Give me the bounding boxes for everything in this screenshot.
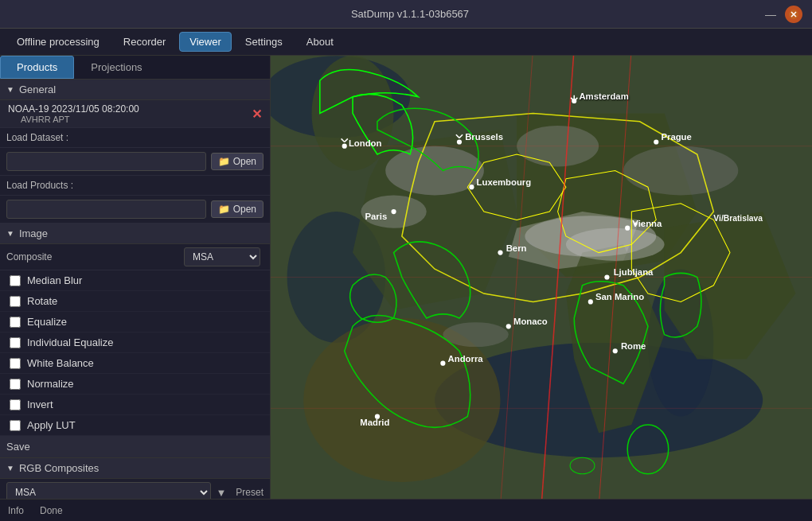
svg-text:Luxembourg: Luxembourg <box>477 177 532 187</box>
dataset-item: NOAA-19 2023/11/05 08:20:00 AVHRR APT ✕ <box>0 100 270 128</box>
map-area[interactable]: Amsterdam London Brussels Prague Luxembo… <box>271 56 812 499</box>
dataset-close-button[interactable]: ✕ <box>252 107 262 122</box>
svg-text:Vi/Bratislava: Vi/Bratislava <box>713 214 763 223</box>
load-products-open-button[interactable]: 📁 Open <box>211 200 264 218</box>
composite-label: Composite <box>6 251 52 262</box>
normalize-label: Normalize <box>27 378 74 390</box>
checkbox-invert[interactable]: Invert <box>0 395 270 415</box>
svg-text:Paris: Paris <box>365 212 387 221</box>
menu-viewer[interactable]: Viewer <box>179 32 232 52</box>
svg-point-16 <box>623 146 738 196</box>
svg-text:Ljubljana: Ljubljana <box>614 267 654 277</box>
general-section-header[interactable]: ▼ General <box>0 80 270 100</box>
image-section-header[interactable]: ▼ Image <box>0 224 270 244</box>
svg-point-41 <box>440 361 445 366</box>
svg-point-37 <box>604 274 609 279</box>
load-dataset-input-row: 📁 Open <box>0 148 270 176</box>
load-products-row: Load Products : <box>0 176 270 196</box>
svg-point-17 <box>443 322 508 347</box>
minimize-button[interactable]: — <box>763 8 779 21</box>
checkbox-apply-lut[interactable]: Apply LUT <box>0 415 270 436</box>
svg-text:Amsterdam: Amsterdam <box>579 91 628 101</box>
load-dataset-row: Load Dataset : <box>0 128 270 148</box>
normalize-checkbox[interactable] <box>10 379 21 390</box>
load-products-input-row: 📁 Open <box>0 196 270 224</box>
svg-text:London: London <box>349 138 382 148</box>
msa-select[interactable]: MSA RGB MCIR <box>6 482 211 499</box>
rotate-label: Rotate <box>27 295 57 307</box>
load-dataset-input[interactable] <box>6 152 206 171</box>
invert-label: Invert <box>27 399 53 410</box>
rgb-section-header[interactable]: ▼ RGB Composites <box>0 458 270 479</box>
menu-about[interactable]: About <box>296 32 344 52</box>
svg-point-28 <box>572 99 576 103</box>
status-done: Done <box>40 505 63 516</box>
svg-text:Vienna: Vienna <box>632 219 662 228</box>
checkbox-rotate[interactable]: Rotate <box>0 291 270 312</box>
menu-offline-processing[interactable]: Offline processing <box>6 32 110 52</box>
folder-icon-2: 📁 <box>218 204 230 215</box>
menu-settings[interactable]: Settings <box>235 32 293 52</box>
load-products-label: Load Products : <box>6 180 78 191</box>
rgb-section-label: RGB Composites <box>19 462 99 474</box>
dataset-type: AVHRR APT <box>21 115 139 124</box>
tab-projections[interactable]: Projections <box>74 56 158 79</box>
svg-text:Andorra: Andorra <box>448 354 484 364</box>
svg-text:San Marino: San Marino <box>595 292 644 301</box>
individual-equalize-checkbox[interactable] <box>10 337 21 348</box>
rotate-checkbox[interactable] <box>10 296 21 307</box>
status-bar: Info Done <box>0 499 812 521</box>
rgb-msa-row: MSA RGB MCIR ▼ Preset <box>0 479 270 499</box>
median-blur-checkbox[interactable] <box>10 275 21 286</box>
svg-text:Brussels: Brussels <box>465 132 503 142</box>
svg-point-32 <box>469 185 474 189</box>
svg-point-35 <box>625 226 630 231</box>
apply-lut-checkbox[interactable] <box>10 420 21 431</box>
svg-point-34 <box>498 251 502 255</box>
menu-recorder[interactable]: Recorder <box>113 32 176 52</box>
svg-text:Bern: Bern <box>506 243 527 253</box>
apply-lut-label: Apply LUT <box>27 419 76 431</box>
svg-point-40 <box>613 348 618 353</box>
individual-equalize-label: Individual Equalize <box>27 336 113 348</box>
general-section-label: General <box>19 84 56 95</box>
folder-icon: 📁 <box>218 156 230 167</box>
svg-text:Monaco: Monaco <box>513 317 548 326</box>
dataset-info: NOAA-19 2023/11/05 08:20:00 AVHRR APT <box>8 103 139 124</box>
app-icon <box>785 6 802 23</box>
rgb-arrow: ▼ <box>6 464 14 472</box>
main-content: Products Projections ▼ General NOAA-19 2… <box>0 56 812 499</box>
checkbox-equalize[interactable]: Equalize <box>0 312 270 332</box>
checkbox-individual-equalize[interactable]: Individual Equalize <box>0 332 270 353</box>
left-panel: Products Projections ▼ General NOAA-19 2… <box>0 56 271 499</box>
status-info[interactable]: Info <box>8 505 24 516</box>
invert-checkbox[interactable] <box>10 399 21 410</box>
panel-tabs: Products Projections <box>0 56 270 80</box>
white-balance-checkbox[interactable] <box>10 358 21 369</box>
load-products-input[interactable] <box>6 200 206 219</box>
menu-bar: Offline processing Recorder Viewer Setti… <box>0 29 812 56</box>
general-arrow: ▼ <box>6 85 14 94</box>
svg-text:Rome: Rome <box>621 341 646 351</box>
app-title: SatDump v1.1.1-03b6567 <box>57 8 763 20</box>
satellite-map: Amsterdam London Brussels Prague Luxembo… <box>271 56 812 499</box>
window-controls: — <box>763 6 802 23</box>
load-dataset-label: Load Dataset : <box>6 132 78 143</box>
svg-point-13 <box>385 146 484 196</box>
load-dataset-open-button[interactable]: 📁 Open <box>211 153 264 170</box>
composite-row: Composite MSA RGB False Color <box>0 244 270 270</box>
svg-point-38 <box>506 324 511 329</box>
dataset-name: NOAA-19 2023/11/05 08:20:00 <box>8 103 139 115</box>
image-section-label: Image <box>19 227 48 239</box>
checkbox-median-blur[interactable]: Median Blur <box>0 270 270 291</box>
tab-products[interactable]: Products <box>0 56 74 79</box>
save-row[interactable]: Save <box>0 436 270 458</box>
svg-point-29 <box>342 144 347 149</box>
median-blur-label: Median Blur <box>27 274 82 286</box>
checkbox-white-balance[interactable]: White Balance <box>0 353 270 374</box>
white-balance-label: White Balance <box>27 357 94 369</box>
equalize-checkbox[interactable] <box>10 317 21 328</box>
composite-select[interactable]: MSA RGB False Color <box>184 247 260 266</box>
svg-point-33 <box>391 209 396 214</box>
checkbox-normalize[interactable]: Normalize <box>0 374 270 395</box>
